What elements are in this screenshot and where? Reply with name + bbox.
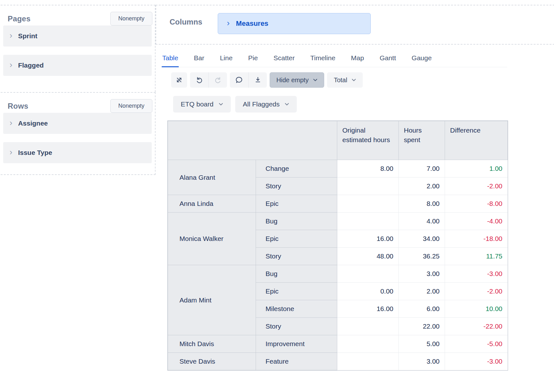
original-estimated-hours-cell[interactable]	[337, 195, 399, 213]
column-header-difference[interactable]: Difference	[445, 121, 508, 160]
total-label: Total	[334, 76, 347, 84]
issue-type-cell[interactable]: Epic	[256, 230, 337, 248]
hours-spent-cell[interactable]: 4.00	[399, 213, 445, 230]
toolbar: Hide empty Total	[171, 72, 363, 88]
original-estimated-hours-cell[interactable]: 16.00	[337, 300, 399, 318]
maximize-button[interactable]	[171, 72, 187, 88]
tab-pie[interactable]: Pie	[248, 54, 259, 67]
tab-bar[interactable]: Bar	[193, 54, 205, 67]
assignee-cell[interactable]: Adam Mint	[168, 265, 256, 335]
filter-label: ETQ board	[181, 100, 214, 108]
issue-type-cell[interactable]: Feature	[256, 353, 337, 370]
expand-icon	[175, 76, 183, 84]
redo-icon	[214, 76, 222, 84]
flagged-filter-dropdown[interactable]: All Flaggeds	[235, 96, 297, 113]
undo-redo-group	[190, 72, 227, 88]
pages-item-flagged[interactable]: › Flagged	[3, 55, 152, 76]
assignee-cell[interactable]: Anna Linda	[168, 195, 256, 213]
hours-spent-cell[interactable]: 34.00	[399, 230, 445, 248]
total-dropdown[interactable]: Total	[327, 72, 363, 88]
difference-cell[interactable]: -8.00	[445, 195, 508, 213]
issue-type-cell[interactable]: Bug	[256, 213, 337, 230]
pages-nonempty-button[interactable]: Nonempty	[110, 12, 152, 25]
assignee-cell[interactable]: Mitch Davis	[168, 335, 256, 353]
table-row: Anna LindaEpic8.00-8.00	[168, 195, 508, 213]
maximize-group	[171, 72, 187, 88]
comment-button[interactable]	[230, 72, 248, 88]
undo-button[interactable]	[190, 72, 208, 88]
original-estimated-hours-cell[interactable]	[337, 318, 399, 335]
tab-map[interactable]: Map	[350, 54, 365, 67]
hours-spent-cell[interactable]: 36.25	[399, 248, 445, 265]
tab-gauge[interactable]: Gauge	[411, 54, 432, 67]
tab-table[interactable]: Table	[162, 54, 179, 67]
hours-spent-cell[interactable]: 2.00	[399, 178, 445, 195]
original-estimated-hours-cell[interactable]	[337, 213, 399, 230]
table-row: Adam MintBug3.00-3.00	[168, 265, 508, 283]
rows-nonempty-button[interactable]: Nonempty	[110, 99, 152, 113]
assignee-cell[interactable]: Monica Walker	[168, 213, 256, 265]
export-button[interactable]	[248, 72, 267, 88]
chevron-right-icon: ›	[10, 119, 12, 127]
hours-spent-cell[interactable]: 22.00	[399, 318, 445, 335]
hours-spent-cell[interactable]: 7.00	[399, 160, 445, 178]
issue-type-cell[interactable]: Change	[256, 160, 337, 178]
original-estimated-hours-cell[interactable]	[337, 178, 399, 195]
difference-cell[interactable]: 1.00	[445, 160, 508, 178]
assignee-cell[interactable]: Steve Davis	[168, 353, 256, 370]
tab-gantt[interactable]: Gantt	[379, 54, 397, 67]
difference-cell[interactable]: -4.00	[445, 213, 508, 230]
original-estimated-hours-cell[interactable]	[337, 335, 399, 353]
difference-cell[interactable]: 11.75	[445, 248, 508, 265]
original-estimated-hours-cell[interactable]	[337, 265, 399, 283]
original-estimated-hours-cell[interactable]: 48.00	[337, 248, 399, 265]
column-header-hours-spent[interactable]: Hours spent	[399, 121, 445, 160]
columns-item-measures[interactable]: › Measures	[218, 13, 371, 34]
sprint-filter-dropdown[interactable]: ETQ board	[173, 96, 231, 113]
chevron-down-icon	[219, 103, 223, 106]
row-labels-header	[168, 121, 337, 160]
issue-type-cell[interactable]: Milestone	[256, 300, 337, 318]
tab-scatter[interactable]: Scatter	[273, 54, 295, 67]
issue-type-cell[interactable]: Story	[256, 248, 337, 265]
hours-spent-cell[interactable]: 8.00	[399, 195, 445, 213]
issue-type-cell[interactable]: Epic	[256, 195, 337, 213]
hours-spent-cell[interactable]: 2.00	[399, 283, 445, 300]
chevron-down-icon	[285, 103, 289, 106]
pages-item-sprint[interactable]: › Sprint	[3, 25, 152, 47]
difference-cell[interactable]: -2.00	[445, 283, 508, 300]
original-estimated-hours-cell[interactable]: 16.00	[337, 230, 399, 248]
columns-title: Columns	[170, 18, 202, 26]
rows-section: Rows Nonempty › Assignee › Issue Type	[0, 92, 156, 175]
original-estimated-hours-cell[interactable]: 8.00	[337, 160, 399, 178]
original-estimated-hours-cell[interactable]: 0.00	[337, 283, 399, 300]
original-estimated-hours-cell[interactable]	[337, 353, 399, 370]
hours-spent-cell[interactable]: 5.00	[399, 335, 445, 353]
assignee-cell[interactable]: Alana Grant	[168, 160, 256, 195]
difference-cell[interactable]: -3.00	[445, 265, 508, 283]
issue-type-cell[interactable]: Story	[256, 178, 337, 195]
rows-item-assignee[interactable]: › Assignee	[3, 113, 152, 134]
difference-cell[interactable]: 10.00	[445, 300, 508, 318]
redo-button[interactable]	[208, 72, 227, 88]
issue-type-cell[interactable]: Bug	[256, 265, 337, 283]
difference-cell[interactable]: -2.00	[445, 178, 508, 195]
hours-spent-cell[interactable]: 3.00	[399, 265, 445, 283]
tab-timeline[interactable]: Timeline	[310, 54, 336, 67]
issue-type-cell[interactable]: Epic	[256, 283, 337, 300]
difference-cell[interactable]: -3.00	[445, 353, 508, 370]
pages-title: Pages	[8, 14, 31, 23]
tab-line[interactable]: Line	[219, 54, 233, 67]
difference-cell[interactable]: -18.00	[445, 230, 508, 248]
hours-spent-cell[interactable]: 6.00	[399, 300, 445, 318]
hide-empty-dropdown[interactable]: Hide empty	[270, 72, 324, 88]
rows-item-issue-type[interactable]: › Issue Type	[3, 142, 152, 163]
column-header-original-estimated-hours[interactable]: Original estimated hours	[337, 121, 399, 160]
issue-type-cell[interactable]: Improvement	[256, 335, 337, 353]
comment-export-group	[230, 72, 267, 88]
hours-spent-cell[interactable]: 3.00	[399, 353, 445, 370]
difference-cell[interactable]: -22.00	[445, 318, 508, 335]
issue-type-cell[interactable]: Story	[256, 318, 337, 335]
table-row: Alana GrantChange8.007.001.00	[168, 160, 508, 178]
difference-cell[interactable]: -5.00	[445, 335, 508, 353]
